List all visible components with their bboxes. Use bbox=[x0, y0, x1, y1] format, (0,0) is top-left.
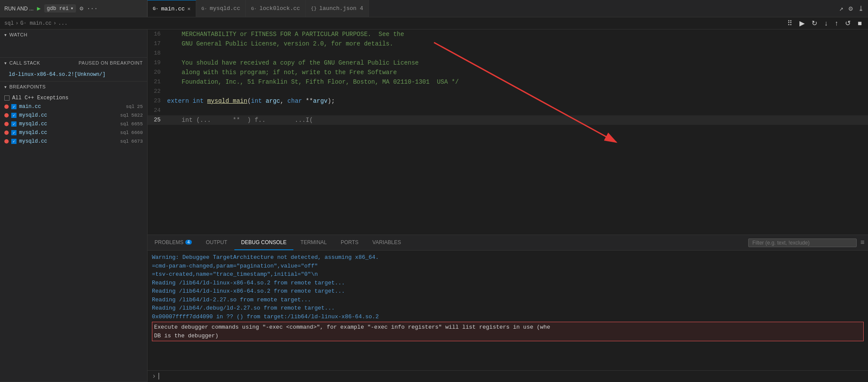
settings-icon[interactable]: ⚙ bbox=[848, 4, 853, 13]
panel-tabs: PROBLEMS 4 OUTPUT DEBUG CONSOLE TERMINAL… bbox=[148, 235, 868, 251]
callstack-badge: Paused on breakpoint bbox=[79, 60, 143, 65]
continue-button[interactable]: ▶ bbox=[798, 18, 806, 28]
filter-input[interactable] bbox=[748, 238, 857, 247]
breadcrumb-sql[interactable]: sql bbox=[4, 20, 14, 26]
tab-icon-mysqld: G· bbox=[201, 6, 207, 11]
line-content-21: Foundation, Inc., 51 Franklin St, Fifth … bbox=[167, 77, 868, 87]
breadcrumb-file[interactable]: G· main.cc bbox=[20, 20, 52, 26]
debug-toolbar: ⠿ ▶ ↻ ↓ ↑ ↺ ■ bbox=[786, 18, 868, 28]
tab-problems[interactable]: PROBLEMS 4 bbox=[148, 235, 199, 250]
tab-debug-console[interactable]: DEBUG CONSOLE bbox=[234, 235, 294, 250]
bp-name-1: main.cc bbox=[19, 104, 123, 110]
code-line-17: 17 GNU General Public License, version 2… bbox=[148, 39, 868, 49]
all-exceptions-item[interactable]: All C++ Exceptions bbox=[0, 94, 147, 102]
breadcrumb-more[interactable]: ... bbox=[58, 20, 68, 26]
tab-close-main[interactable]: ✕ bbox=[187, 6, 191, 12]
tab-launch-json[interactable]: {} launch.json 4 bbox=[306, 0, 369, 17]
tab-debug-console-label: DEBUG CONSOLE bbox=[241, 239, 287, 245]
watch-content bbox=[0, 40, 147, 57]
callstack-item[interactable]: ld-linux-x86-64.so.2![Unknown/] bbox=[0, 70, 147, 79]
console-line-10: DB is the debugger) bbox=[154, 332, 861, 340]
tab-terminal-label: TERMINAL bbox=[300, 239, 327, 245]
all-exceptions-checkbox[interactable] bbox=[4, 95, 10, 101]
console-line-6: Reading /lib64/ld-2.27.so from remote ta… bbox=[152, 296, 864, 304]
bottom-panel: PROBLEMS 4 OUTPUT DEBUG CONSOLE TERMINAL… bbox=[148, 235, 868, 382]
bp-check-5[interactable]: ✓ bbox=[11, 139, 16, 144]
panel-menu-icon[interactable]: ≡ bbox=[860, 239, 865, 247]
line-content-25: int (... ** ) f.. ...I( bbox=[167, 115, 868, 125]
left-panel: ▾ WATCH ▾ CALL STACK Paused on breakpoin… bbox=[0, 29, 148, 382]
tab-label-lock: lock0lock.cc bbox=[260, 5, 300, 12]
step-back-button[interactable]: ↺ bbox=[843, 18, 852, 28]
tab-output[interactable]: OUTPUT bbox=[199, 235, 234, 250]
console-input-row: › ▏ bbox=[148, 370, 868, 382]
breakpoints-chevron: ▾ bbox=[4, 85, 7, 89]
download-icon[interactable]: ⤓ bbox=[858, 4, 864, 13]
tab-variables[interactable]: VARIABLES bbox=[365, 235, 408, 250]
run-button[interactable]: ▶ bbox=[37, 5, 40, 12]
bp-item-2[interactable]: ✓ mysqld.cc sql 5822 bbox=[0, 111, 147, 120]
bp-item-4[interactable]: ✓ mysqld.cc sql 6660 bbox=[0, 128, 147, 137]
step-out-button[interactable]: ↑ bbox=[833, 19, 840, 28]
bp-ctx-3: sql bbox=[120, 121, 129, 127]
all-exceptions-label: All C++ Exceptions bbox=[12, 95, 69, 101]
watch-section: ▾ WATCH bbox=[0, 29, 147, 58]
bp-check-4[interactable]: ✓ bbox=[11, 130, 16, 135]
bp-item-1[interactable]: ✓ main.cc sql 25 bbox=[0, 102, 147, 111]
more-icon[interactable]: ··· bbox=[87, 5, 98, 12]
tab-main-cc[interactable]: G· main.cc ✕ bbox=[148, 0, 196, 17]
tab-mysqld-cc[interactable]: G· mysqld.cc bbox=[196, 0, 246, 17]
bp-check-3[interactable]: ✓ bbox=[11, 121, 16, 127]
tab-problems-label: PROBLEMS bbox=[155, 239, 184, 245]
line-num-20: 20 bbox=[148, 68, 167, 77]
callstack-chevron: ▾ bbox=[4, 61, 7, 65]
bp-ctx-2: sql bbox=[120, 113, 129, 118]
bp-check-1[interactable]: ✓ bbox=[11, 104, 16, 109]
tab-lock0lock-cc[interactable]: G· lock0lock.cc bbox=[246, 0, 306, 17]
tab-terminal[interactable]: TERMINAL bbox=[293, 235, 334, 250]
breadcrumb-sep2: › bbox=[53, 20, 56, 26]
bp-check-2[interactable]: ✓ bbox=[11, 113, 16, 118]
console-cursor[interactable]: ▏ bbox=[159, 373, 162, 380]
tab-label-main: main.cc bbox=[161, 6, 185, 12]
line-num-23: 23 bbox=[148, 96, 167, 106]
watch-header[interactable]: ▾ WATCH bbox=[0, 29, 147, 40]
tab-ports[interactable]: PORTS bbox=[334, 235, 365, 250]
line-content-23: extern int mysqld_main(int argc, char **… bbox=[167, 96, 868, 106]
breakpoints-content: All C++ Exceptions ✓ main.cc sql 25 ✓ my… bbox=[0, 92, 147, 147]
code-line-23: 23 extern int mysqld_main(int argc, char… bbox=[148, 96, 868, 106]
breadcrumb-row: sql › G· main.cc › ... ⠿ ▶ ↻ ↓ ↑ ↺ ■ bbox=[0, 17, 868, 29]
line-content-17: GNU General Public License, version 2.0,… bbox=[167, 39, 868, 49]
drag-handle-icon[interactable]: ⠿ bbox=[786, 18, 794, 28]
stop-button[interactable]: ■ bbox=[856, 19, 864, 28]
callstack-header[interactable]: ▾ CALL STACK Paused on breakpoint bbox=[0, 58, 147, 68]
run-section: RUN AND ... ▶ gdb rei ▾ ⚙ ··· bbox=[0, 0, 148, 17]
step-over-button[interactable]: ↓ bbox=[822, 19, 829, 28]
breakpoints-header[interactable]: ▾ BREAKPOINTS bbox=[0, 82, 147, 92]
gear-icon[interactable]: ⚙ bbox=[79, 5, 83, 12]
line-content-19: You should have received a copy of the G… bbox=[167, 58, 868, 68]
bp-ctx-1: sql bbox=[126, 104, 135, 109]
bp-dot-2 bbox=[4, 113, 9, 118]
gdb-dropdown[interactable]: gdb rei ▾ bbox=[44, 4, 76, 13]
bp-line-3: 6655 bbox=[132, 121, 143, 127]
bp-item-3[interactable]: ✓ mysqld.cc sql 6655 bbox=[0, 120, 147, 128]
console-line-3: =tsv-created,name="trace_timestamp",init… bbox=[152, 270, 864, 279]
tab-problems-badge: 4 bbox=[185, 240, 192, 245]
bp-dot-5 bbox=[4, 139, 9, 144]
bp-dot-4 bbox=[4, 131, 9, 135]
restart-button[interactable]: ↻ bbox=[810, 18, 819, 28]
send-icon[interactable]: ↗ bbox=[839, 4, 844, 13]
line-num-22: 22 bbox=[148, 87, 167, 96]
line-content-16: MERCHANTABILITY or FITNESS FOR A PARTICU… bbox=[167, 29, 868, 39]
line-num-25: 25 bbox=[148, 115, 167, 125]
code-line-20: 20 along with this program; if not, writ… bbox=[148, 68, 868, 77]
bp-line-2: 5822 bbox=[132, 113, 143, 118]
line-content-20: along with this program; if not, write t… bbox=[167, 68, 868, 77]
code-lines: 16 MERCHANTABILITY or FITNESS FOR A PART… bbox=[148, 29, 868, 125]
console-line-8: 0x00007ffff7dd4090 in ?? () from target:… bbox=[152, 313, 864, 321]
bp-dot-1 bbox=[4, 104, 9, 109]
code-line-18: 18 bbox=[148, 49, 868, 58]
bp-line-4: 6660 bbox=[132, 130, 143, 135]
bp-item-5[interactable]: ✓ mysqld.cc sql 6673 bbox=[0, 137, 147, 146]
